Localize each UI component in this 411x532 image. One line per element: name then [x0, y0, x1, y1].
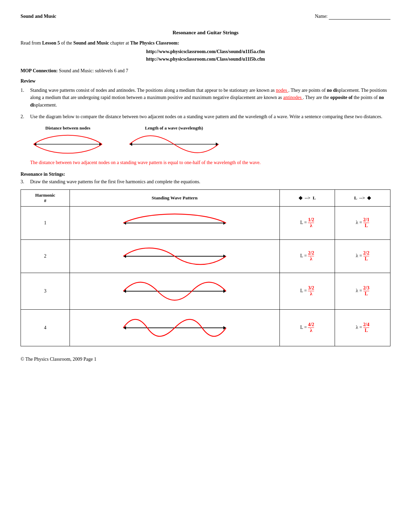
url-block: http://www.physicsclassroom.com/Class/so…	[21, 48, 390, 63]
mop-connection: MOP Connection: Sound and Music: subleve…	[21, 68, 390, 74]
answer-nodes: nodes	[276, 88, 288, 93]
read-from-text: Read from Lesson 5 of the Sound and Musi…	[21, 40, 390, 46]
eq-lambda-1: λ = 2/1 L	[335, 206, 390, 239]
instruction-3: 3. Draw the standing wave patterns for t…	[21, 179, 390, 185]
review-item-2: 2. Use the diagram below to compare the …	[21, 113, 390, 121]
eq-lambda-2: λ = 2/2 L	[335, 239, 390, 273]
footer: © The Physics Classroom, 2009 Page 1	[21, 357, 390, 362]
th-pattern: Standing Wave Pattern	[70, 189, 279, 206]
th-harmonic: Harmonic#	[21, 189, 70, 206]
page-title: Resonance and Guitar Strings	[21, 30, 390, 36]
subject-bold: Sound and Music	[73, 40, 109, 46]
subject-label: Sound and Music	[21, 14, 56, 19]
diagram-left: Distance between nodes	[30, 125, 105, 156]
th-lambda-to-L: ◆ --> L	[279, 189, 335, 206]
diagram-right-label: Length of a wave (wavelength)	[126, 125, 222, 131]
url-2: http://www.physicsclassroom.com/Class/so…	[21, 55, 390, 63]
table-row: 4 L = 4/2 λ λ =	[21, 309, 390, 346]
wave-cell-2	[70, 239, 279, 273]
diagram-left-label: Distance between nodes	[30, 125, 105, 131]
harmonics-table: Harmonic# Standing Wave Pattern ◆ --> L …	[21, 189, 390, 346]
url-1: http://www.physicsclassroom.com/Class/so…	[21, 48, 390, 55]
resonance-header: Resonance in Strings:	[21, 172, 390, 177]
harmonic-2: 2	[21, 239, 70, 273]
harmonic3-svg	[120, 276, 229, 307]
name-underline	[329, 14, 390, 20]
review-item-1: 1. Standing wave patterns consist of nod…	[21, 87, 390, 109]
answer-antinodes: antinodes	[283, 95, 303, 100]
eq-L-3: L = 3/2 λ	[279, 273, 335, 309]
table-row: 1 L = 1/2 λ λ =	[21, 206, 390, 239]
harmonic4-svg	[120, 312, 229, 343]
table-row: 2 L = 2/2 λ λ =	[21, 239, 390, 273]
eq-L-4: L = 4/2 λ	[279, 309, 335, 346]
nodes-wave-svg	[30, 132, 105, 156]
site-bold: The Physics Classroom:	[130, 40, 179, 46]
eq-lambda-3: λ = 2/3 L	[335, 273, 390, 309]
lesson-bold: Lesson 5	[42, 40, 60, 46]
review-header: Review	[21, 78, 390, 84]
harmonic-4: 4	[21, 309, 70, 346]
page-header: Sound and Music Name:	[21, 14, 390, 20]
wave-cell-1	[70, 206, 279, 239]
eq-lambda-4: λ = 2/4 L	[335, 309, 390, 346]
eq-L-1: L = 1/2 λ	[279, 206, 335, 239]
harmonic2-svg	[120, 243, 229, 270]
wave-cell-3	[70, 273, 279, 309]
wave-cell-4	[70, 309, 279, 346]
answer-distance: The distance between two adjacent nodes …	[30, 159, 390, 166]
review-list: 1. Standing wave patterns consist of nod…	[21, 87, 390, 121]
harmonic-3: 3	[21, 273, 70, 309]
name-field: Name:	[315, 14, 390, 20]
eq-L-2: L = 2/2 λ	[279, 239, 335, 273]
table-row: 3 L = 3/2 λ λ =	[21, 273, 390, 309]
harmonic1-svg	[120, 209, 229, 237]
th-L-to-lambda: L --> ◆	[335, 189, 390, 206]
table-header-row: Harmonic# Standing Wave Pattern ◆ --> L …	[21, 189, 390, 206]
wavelength-wave-svg	[126, 132, 222, 156]
diagram-right: Length of a wave (wavelength)	[126, 125, 222, 156]
harmonic-1: 1	[21, 206, 70, 239]
wave-diagram-container: Distance between nodes Length of a wave …	[30, 125, 390, 156]
